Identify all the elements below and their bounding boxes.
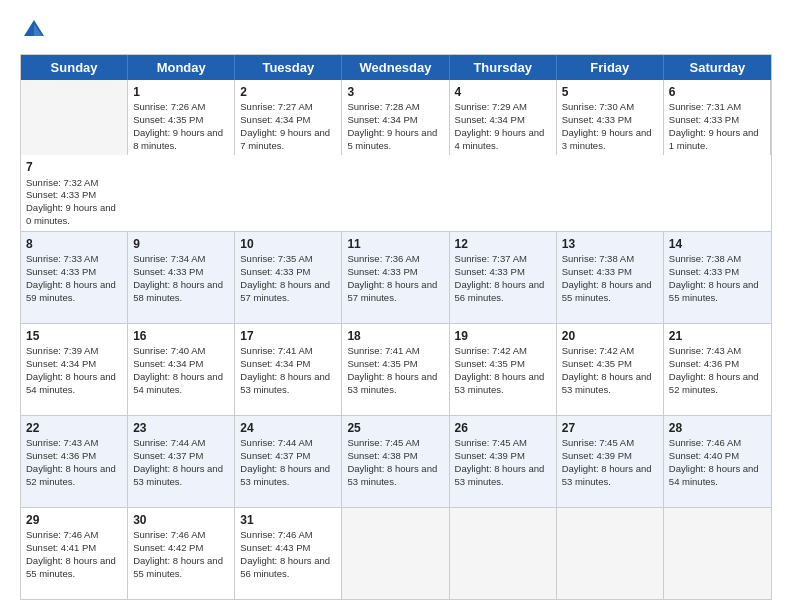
header-saturday: Saturday xyxy=(664,55,771,80)
sunrise-time: Sunrise: 7:28 AM xyxy=(347,101,419,112)
sunset-time: Sunset: 4:33 PM xyxy=(347,266,417,277)
empty-cell xyxy=(21,80,128,155)
sunset-time: Sunset: 4:33 PM xyxy=(455,266,525,277)
sunset-time: Sunset: 4:34 PM xyxy=(347,114,417,125)
day-16: 16Sunrise: 7:40 AMSunset: 4:34 PMDayligh… xyxy=(128,324,235,415)
sunset-time: Sunset: 4:37 PM xyxy=(240,450,310,461)
logo-icon xyxy=(20,16,48,44)
day-number: 13 xyxy=(562,236,658,252)
daylight-hours: Daylight: 8 hours and 55 minutes. xyxy=(133,555,223,579)
sunrise-time: Sunrise: 7:30 AM xyxy=(562,101,634,112)
daylight-hours: Daylight: 8 hours and 57 minutes. xyxy=(347,279,437,303)
day-23: 23Sunrise: 7:44 AMSunset: 4:37 PMDayligh… xyxy=(128,416,235,507)
sunset-time: Sunset: 4:33 PM xyxy=(26,189,96,200)
day-number: 21 xyxy=(669,328,766,344)
day-number: 30 xyxy=(133,512,229,528)
empty-cell xyxy=(557,508,664,599)
daylight-hours: Daylight: 8 hours and 53 minutes. xyxy=(240,463,330,487)
day-24: 24Sunrise: 7:44 AMSunset: 4:37 PMDayligh… xyxy=(235,416,342,507)
day-number: 31 xyxy=(240,512,336,528)
sunset-time: Sunset: 4:34 PM xyxy=(240,114,310,125)
day-number: 5 xyxy=(562,84,658,100)
header-sunday: Sunday xyxy=(21,55,128,80)
daylight-hours: Daylight: 8 hours and 52 minutes. xyxy=(26,463,116,487)
calendar-row-4: 29Sunrise: 7:46 AMSunset: 4:41 PMDayligh… xyxy=(21,507,771,599)
sunset-time: Sunset: 4:33 PM xyxy=(133,266,203,277)
day-1: 1Sunrise: 7:26 AMSunset: 4:35 PMDaylight… xyxy=(128,80,235,155)
day-number: 15 xyxy=(26,328,122,344)
day-13: 13Sunrise: 7:38 AMSunset: 4:33 PMDayligh… xyxy=(557,232,664,323)
day-5: 5Sunrise: 7:30 AMSunset: 4:33 PMDaylight… xyxy=(557,80,664,155)
day-29: 29Sunrise: 7:46 AMSunset: 4:41 PMDayligh… xyxy=(21,508,128,599)
sunset-time: Sunset: 4:37 PM xyxy=(133,450,203,461)
day-number: 3 xyxy=(347,84,443,100)
sunset-time: Sunset: 4:34 PM xyxy=(133,358,203,369)
day-number: 2 xyxy=(240,84,336,100)
day-7: 7Sunrise: 7:32 AMSunset: 4:33 PMDaylight… xyxy=(21,155,128,230)
day-number: 19 xyxy=(455,328,551,344)
day-number: 17 xyxy=(240,328,336,344)
day-8: 8Sunrise: 7:33 AMSunset: 4:33 PMDaylight… xyxy=(21,232,128,323)
day-19: 19Sunrise: 7:42 AMSunset: 4:35 PMDayligh… xyxy=(450,324,557,415)
day-22: 22Sunrise: 7:43 AMSunset: 4:36 PMDayligh… xyxy=(21,416,128,507)
sunrise-time: Sunrise: 7:44 AM xyxy=(133,437,205,448)
day-6: 6Sunrise: 7:31 AMSunset: 4:33 PMDaylight… xyxy=(664,80,771,155)
sunrise-time: Sunrise: 7:31 AM xyxy=(669,101,741,112)
sunrise-time: Sunrise: 7:41 AM xyxy=(347,345,419,356)
calendar-header: SundayMondayTuesdayWednesdayThursdayFrid… xyxy=(21,55,771,80)
sunrise-time: Sunrise: 7:36 AM xyxy=(347,253,419,264)
daylight-hours: Daylight: 9 hours and 5 minutes. xyxy=(347,127,437,151)
sunrise-time: Sunrise: 7:35 AM xyxy=(240,253,312,264)
day-number: 29 xyxy=(26,512,122,528)
daylight-hours: Daylight: 8 hours and 53 minutes. xyxy=(562,463,652,487)
day-number: 24 xyxy=(240,420,336,436)
day-number: 6 xyxy=(669,84,765,100)
calendar-row-2: 15Sunrise: 7:39 AMSunset: 4:34 PMDayligh… xyxy=(21,323,771,415)
daylight-hours: Daylight: 8 hours and 56 minutes. xyxy=(240,555,330,579)
day-number: 12 xyxy=(455,236,551,252)
daylight-hours: Daylight: 8 hours and 54 minutes. xyxy=(133,371,223,395)
day-number: 26 xyxy=(455,420,551,436)
day-number: 8 xyxy=(26,236,122,252)
sunrise-time: Sunrise: 7:29 AM xyxy=(455,101,527,112)
sunrise-time: Sunrise: 7:42 AM xyxy=(562,345,634,356)
daylight-hours: Daylight: 9 hours and 8 minutes. xyxy=(133,127,223,151)
daylight-hours: Daylight: 8 hours and 53 minutes. xyxy=(133,463,223,487)
sunrise-time: Sunrise: 7:27 AM xyxy=(240,101,312,112)
sunset-time: Sunset: 4:35 PM xyxy=(455,358,525,369)
day-number: 23 xyxy=(133,420,229,436)
sunrise-time: Sunrise: 7:41 AM xyxy=(240,345,312,356)
day-27: 27Sunrise: 7:45 AMSunset: 4:39 PMDayligh… xyxy=(557,416,664,507)
day-2: 2Sunrise: 7:27 AMSunset: 4:34 PMDaylight… xyxy=(235,80,342,155)
day-number: 4 xyxy=(455,84,551,100)
daylight-hours: Daylight: 8 hours and 56 minutes. xyxy=(455,279,545,303)
sunrise-time: Sunrise: 7:45 AM xyxy=(455,437,527,448)
sunrise-time: Sunrise: 7:37 AM xyxy=(455,253,527,264)
sunset-time: Sunset: 4:33 PM xyxy=(562,114,632,125)
sunset-time: Sunset: 4:35 PM xyxy=(562,358,632,369)
sunset-time: Sunset: 4:34 PM xyxy=(455,114,525,125)
day-11: 11Sunrise: 7:36 AMSunset: 4:33 PMDayligh… xyxy=(342,232,449,323)
day-number: 1 xyxy=(133,84,229,100)
sunrise-time: Sunrise: 7:34 AM xyxy=(133,253,205,264)
daylight-hours: Daylight: 8 hours and 55 minutes. xyxy=(562,279,652,303)
sunset-time: Sunset: 4:35 PM xyxy=(133,114,203,125)
sunrise-time: Sunrise: 7:39 AM xyxy=(26,345,98,356)
day-number: 28 xyxy=(669,420,766,436)
daylight-hours: Daylight: 8 hours and 53 minutes. xyxy=(347,371,437,395)
sunset-time: Sunset: 4:36 PM xyxy=(669,358,739,369)
day-15: 15Sunrise: 7:39 AMSunset: 4:34 PMDayligh… xyxy=(21,324,128,415)
sunset-time: Sunset: 4:43 PM xyxy=(240,542,310,553)
daylight-hours: Daylight: 9 hours and 1 minute. xyxy=(669,127,759,151)
sunset-time: Sunset: 4:39 PM xyxy=(455,450,525,461)
daylight-hours: Daylight: 8 hours and 54 minutes. xyxy=(669,463,759,487)
sunrise-time: Sunrise: 7:38 AM xyxy=(562,253,634,264)
day-10: 10Sunrise: 7:35 AMSunset: 4:33 PMDayligh… xyxy=(235,232,342,323)
sunrise-time: Sunrise: 7:46 AM xyxy=(133,529,205,540)
empty-cell xyxy=(664,508,771,599)
daylight-hours: Daylight: 8 hours and 53 minutes. xyxy=(455,371,545,395)
sunset-time: Sunset: 4:42 PM xyxy=(133,542,203,553)
daylight-hours: Daylight: 8 hours and 53 minutes. xyxy=(240,371,330,395)
calendar-row-3: 22Sunrise: 7:43 AMSunset: 4:36 PMDayligh… xyxy=(21,415,771,507)
day-number: 16 xyxy=(133,328,229,344)
